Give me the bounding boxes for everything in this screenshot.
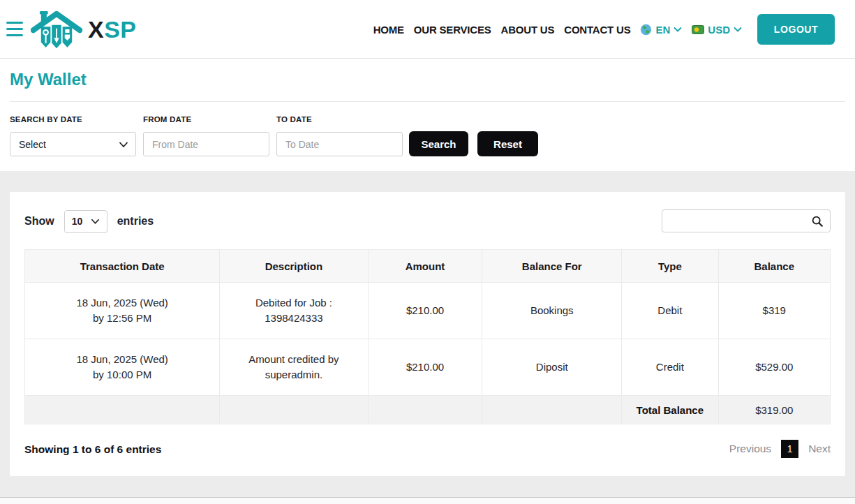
page-length-select[interactable]: 10 (65, 211, 107, 232)
nav-our-services[interactable]: OUR SERVICES (414, 24, 491, 36)
entries-label: entries (117, 215, 154, 228)
amount-cell: $210.00 (368, 339, 482, 396)
total-balance-row: Total Balance $319.00 (25, 396, 831, 424)
search-button[interactable]: Search (409, 131, 468, 156)
balance-cell: $319 (718, 283, 830, 339)
nav-contact-us[interactable]: CONTACT US (564, 24, 630, 36)
nav-home[interactable]: HOME (373, 24, 404, 36)
from-date-input[interactable] (144, 133, 283, 156)
divider (10, 101, 845, 102)
wallet-filter-section: My Wallet SEARCH BY DATE FROM DATE TO DA… (0, 59, 855, 171)
col-amount[interactable]: Amount (368, 250, 482, 283)
to-date-input[interactable] (277, 133, 416, 156)
search-icon[interactable] (811, 215, 830, 228)
main-nav: HOME OUR SERVICES ABOUT US CONTACT US EN (373, 0, 835, 59)
chevron-down-icon (674, 27, 682, 32)
balance-for-cell: Diposit (482, 339, 622, 396)
type-cell: Credit (622, 339, 718, 396)
balance-for-cell: Bookings (482, 283, 622, 339)
col-balance[interactable]: Balance (718, 250, 830, 283)
top-header: XSP HOME OUR SERVICES ABOUT US CONTACT U… (0, 0, 855, 59)
table-row: 18 Jun, 2025 (Wed)by 12:56 PM Debited fo… (25, 283, 831, 339)
pagination-previous[interactable]: Previous (729, 443, 771, 455)
reset-button[interactable]: Reset (477, 131, 538, 156)
page-title: My Wallet (10, 70, 87, 89)
table-header-row: Transaction Date Description Amount Bala… (25, 250, 831, 283)
from-date-label: FROM DATE (143, 115, 191, 124)
footer-strip (0, 498, 855, 504)
language-dropdown[interactable]: EN (640, 24, 682, 36)
transactions-table: Transaction Date Description Amount Bala… (24, 249, 831, 424)
search-by-date-select[interactable]: Select (10, 133, 135, 156)
money-icon (692, 25, 704, 34)
to-date-label: TO DATE (276, 115, 312, 124)
nav-about-us[interactable]: ABOUT US (501, 24, 555, 36)
description-cell: Debited for Job :1398424333 (220, 283, 368, 339)
description-cell: Amount credited bysuperadmin. (220, 339, 368, 396)
balance-cell: $529.00 (718, 339, 830, 396)
table-search-wrap (662, 209, 831, 232)
transaction-date-cell: 18 Jun, 2025 (Wed)by 12:56 PM (25, 283, 220, 339)
hamburger-menu-icon[interactable] (6, 22, 23, 36)
wallet-table-card: Show 10 entries (10, 192, 845, 476)
col-balance-for[interactable]: Balance For (482, 250, 622, 283)
currency-dropdown[interactable]: USD (692, 24, 742, 36)
table-controls: Show 10 entries (24, 209, 831, 233)
pagination-next[interactable]: Next (808, 443, 831, 455)
from-date-field-wrap (143, 132, 269, 156)
amount-cell: $210.00 (368, 283, 482, 339)
entries-info: Showing 1 to 6 of 6 entries (24, 443, 161, 456)
show-label: Show (24, 215, 54, 228)
language-label: EN (655, 24, 670, 36)
currency-label: USD (708, 24, 730, 36)
brand-name: XSP (88, 16, 137, 43)
chevron-down-icon (734, 27, 742, 32)
globe-icon (640, 24, 652, 36)
brand-logo[interactable]: XSP (31, 4, 137, 54)
total-balance-value: $319.00 (718, 396, 830, 424)
search-by-date-select-wrap: Select (10, 132, 136, 156)
house-tools-logo-icon (31, 7, 82, 52)
table-search-input[interactable] (662, 210, 811, 232)
col-type[interactable]: Type (622, 250, 718, 283)
table-row: 18 Jun, 2025 (Wed)by 10:00 PM Amount cre… (25, 339, 831, 396)
search-by-date-label: SEARCH BY DATE (10, 115, 82, 124)
page-length-select-wrap: 10 (64, 210, 107, 233)
col-transaction-date[interactable]: Transaction Date (25, 250, 220, 283)
col-description[interactable]: Description (220, 250, 368, 283)
transaction-date-cell: 18 Jun, 2025 (Wed)by 10:00 PM (25, 339, 220, 396)
pagination-page-1[interactable]: 1 (781, 440, 798, 458)
page-length-control: Show 10 entries (24, 209, 154, 233)
total-balance-label: Total Balance (622, 396, 718, 424)
type-cell: Debit (622, 283, 718, 339)
logout-button[interactable]: LOGOUT (757, 14, 835, 45)
to-date-field-wrap (276, 132, 403, 156)
pagination: Previous 1 Next (729, 440, 831, 458)
